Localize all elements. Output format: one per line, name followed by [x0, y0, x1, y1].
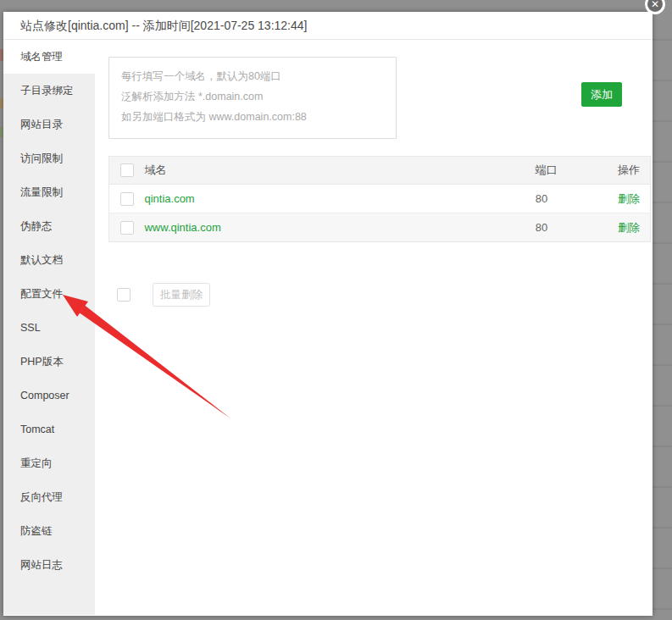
sidebar-item-hotlink-protection[interactable]: 防盗链: [3, 514, 95, 548]
port-value: 80: [536, 185, 591, 213]
table-row: www.qintia.com 80 删除: [109, 213, 651, 242]
sidebar-item-config-file[interactable]: 配置文件: [3, 277, 95, 311]
domains-input[interactable]: [108, 57, 397, 139]
domain-link[interactable]: www.qintia.com: [144, 221, 220, 234]
sidebar-item-site-logs[interactable]: 网站日志: [3, 548, 95, 582]
sidebar-item-php-version[interactable]: PHP版本: [3, 345, 95, 379]
close-icon: ✕: [651, 0, 659, 9]
sidebar-item-domain-management[interactable]: 域名管理: [3, 40, 95, 74]
delete-link[interactable]: 删除: [618, 192, 640, 205]
sidebar-item-site-directory[interactable]: 网站目录: [3, 108, 95, 141]
delete-link[interactable]: 删除: [618, 221, 640, 234]
domain-table: 域名 端口 操作 qintia.com 80 删除 www.qintia.com: [108, 156, 651, 242]
select-all-checkbox[interactable]: [120, 163, 134, 177]
sidebar-item-url-rewrite[interactable]: 伪静态: [3, 209, 95, 243]
row-checkbox[interactable]: [120, 221, 134, 235]
port-value: 80: [536, 213, 591, 242]
add-domain-button[interactable]: 添加: [581, 82, 622, 107]
sidebar-item-ssl[interactable]: SSL: [3, 311, 95, 345]
dialog-header: 站点修改[qintia.com] -- 添加时间[2021-07-25 13:1…: [3, 12, 653, 40]
batch-select-checkbox[interactable]: [117, 288, 131, 302]
dimmed-background: [653, 0, 672, 620]
batch-actions: 批量删除: [108, 283, 210, 307]
action-column-header: 操作: [591, 157, 651, 185]
sidebar-item-tomcat[interactable]: Tomcat: [3, 412, 95, 446]
sidebar-item-redirect[interactable]: 重定向: [3, 446, 95, 480]
domain-management-panel: 添加 域名 端口 操作 qintia.com 80 删除: [95, 40, 653, 615]
domain-column-header: 域名: [144, 157, 535, 185]
sidebar-item-default-document[interactable]: 默认文档: [3, 243, 95, 277]
sidebar-item-composer[interactable]: Composer: [3, 379, 95, 412]
row-checkbox[interactable]: [120, 192, 134, 206]
sidebar-item-access-restriction[interactable]: 访问限制: [3, 141, 95, 175]
sidebar-item-reverse-proxy[interactable]: 反向代理: [3, 480, 95, 514]
site-modify-dialog: 站点修改[qintia.com] -- 添加时间[2021-07-25 13:1…: [3, 12, 653, 616]
table-row: qintia.com 80 删除: [109, 185, 651, 213]
table-header-row: 域名 端口 操作: [109, 157, 651, 185]
sidebar-item-traffic-limit[interactable]: 流量限制: [3, 175, 95, 209]
dialog-sidebar: 域名管理 子目录绑定 网站目录 访问限制 流量限制 伪静态 默认文档 配置文件 …: [3, 40, 95, 615]
batch-delete-button[interactable]: 批量删除: [153, 283, 210, 307]
domain-link[interactable]: qintia.com: [144, 192, 194, 205]
dialog-title: 站点修改[qintia.com] -- 添加时间[2021-07-25 13:1…: [20, 19, 307, 32]
port-column-header: 端口: [536, 157, 591, 185]
sidebar-item-subdirectory-binding[interactable]: 子目录绑定: [3, 74, 95, 108]
